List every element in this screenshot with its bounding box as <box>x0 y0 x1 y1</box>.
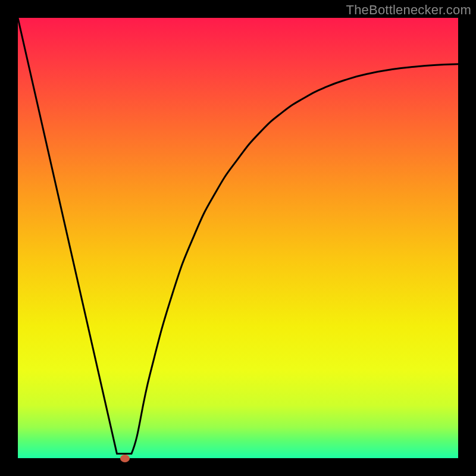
optimal-point-marker <box>120 455 130 462</box>
watermark-text: TheBottlenecker.com <box>346 2 471 18</box>
chart-container: TheBottlenecker.com <box>0 0 476 476</box>
gradient-background <box>18 18 458 458</box>
